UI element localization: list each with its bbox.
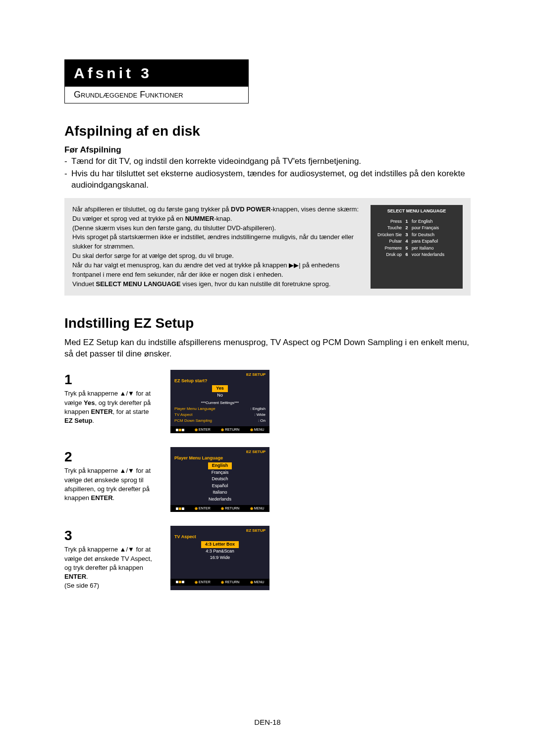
bullet-1: - Tænd for dit TV, og indstil den korrek… — [64, 156, 471, 167]
heading-playback: Afspilning af en disk — [64, 123, 471, 139]
page-number: DEN-18 — [0, 718, 535, 726]
ez-screen-2: EZ SETUP Player Menu Language English Fr… — [170, 447, 269, 512]
heading-ez-setup: Indstilling EZ Setup — [64, 315, 471, 331]
section-header: Afsnit 3 Grundlæggende Funktioner — [64, 59, 249, 103]
lang-menu-title: SELECT MENU LANGUAGE — [374, 208, 459, 214]
bullet-1-text: Tænd for dit TV, og indstil den korrekte… — [71, 156, 361, 167]
bullet-2: - Hvis du har tilsluttet set eksterne au… — [64, 168, 471, 191]
subheading-before-playback: Før Afspilning — [64, 145, 471, 155]
step-2: 2 Tryk på knapperne ▲/▼ for at vælge det… — [64, 447, 471, 512]
language-menu-mock: SELECT MENU LANGUAGE Press1for English T… — [371, 205, 463, 289]
ez-screen-1: EZ SETUP EZ Setup start? Yes No ***Curre… — [170, 370, 269, 433]
section-title: Afsnit 3 — [65, 60, 248, 87]
step-1: 1 Tryk på knapperne ▲/▼ for at vælge Yes… — [64, 370, 471, 433]
ez-intro-text: Med EZ Setup kan du indstille afspillere… — [64, 337, 471, 360]
skip-icon: ▶▶| — [289, 261, 300, 269]
nav-icon — [176, 429, 184, 431]
info-text: Når afspilleren er tilsluttet, og du før… — [72, 205, 362, 289]
bullet-2-text: Hvis du har tilsluttet set eksterne audi… — [71, 168, 471, 191]
nav-icon — [176, 581, 184, 583]
step-2-text: 2 Tryk på knapperne ▲/▼ for at vælge det… — [64, 447, 159, 512]
step-3: 3 Tryk på knapperne ▲/▼ for at vælge det… — [64, 526, 471, 590]
nav-icon — [176, 507, 184, 510]
step-3-text: 3 Tryk på knapperne ▲/▼ for at vælge det… — [64, 526, 159, 590]
section-subtitle: Grundlæggende Funktioner — [65, 87, 248, 103]
info-box: Når afspilleren er tilsluttet, og du før… — [64, 198, 471, 296]
ez-screen-3: EZ SETUP TV Aspect 4:3 Letter Box 4:3 Pa… — [170, 526, 269, 590]
step-1-text: 1 Tryk på knapperne ▲/▼ for at vælge Yes… — [64, 370, 159, 433]
